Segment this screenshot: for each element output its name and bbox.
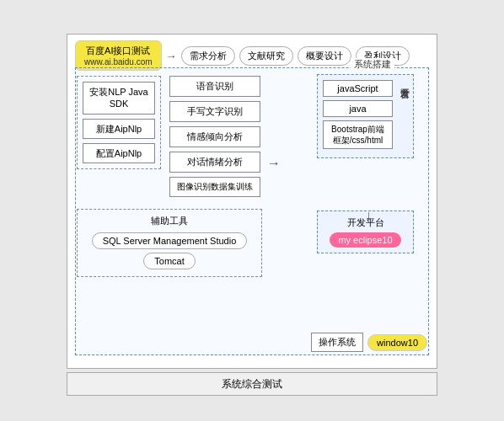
- lang-item-2: Bootstrap前端框架/css/html: [323, 120, 393, 149]
- func-item-2: 情感倾向分析: [169, 126, 260, 147]
- aux-items: SQL Server Management Studio Tomcat: [83, 231, 256, 271]
- func-item-3: 对话情绪分析: [169, 152, 260, 173]
- nlp-item-0: 安装NLP Java SDK: [83, 82, 155, 115]
- system-build-title: 系统搭建: [351, 58, 394, 71]
- nlp-item-2: 配置AipNlp: [83, 143, 155, 163]
- aux-tools-box: 辅助工具 SQL Server Management Studio Tomcat: [77, 209, 262, 277]
- baidu-label: 百度AI接口测试: [84, 45, 153, 57]
- step-2: 概要设计: [298, 46, 351, 66]
- baidu-url: www.ai.baidu.com: [84, 57, 153, 67]
- lang-item-0: javaScript: [323, 80, 393, 97]
- bottom-test-label: 系统综合测试: [222, 377, 282, 392]
- dev-lang-box: javaScript java Bootstrap前端框架/css/html 开…: [317, 74, 414, 158]
- nlp-functions: 语音识别 手写文字识别 情感倾向分析 对话情绪分析 图像识别数据集训练: [169, 76, 260, 197]
- os-row: 操作系统 window10: [311, 333, 427, 352]
- nlp-item-1: 新建AipNlp: [83, 119, 155, 139]
- aux-title: 辅助工具: [83, 215, 256, 227]
- baidu-box: 百度AI接口测试 www.ai.baidu.com: [75, 40, 162, 71]
- os-label: 操作系统: [311, 333, 363, 352]
- nlp-setup-box: 安装NLP Java SDK 新建AipNlp 配置AipNlp: [77, 76, 161, 169]
- arrow-lang-to-plat: →: [362, 210, 377, 223]
- aux-item-0: SQL Server Management Studio: [92, 232, 248, 249]
- os-value: window10: [367, 334, 427, 351]
- arrow-to-devplat: →: [267, 156, 281, 171]
- step-0: 需求分析: [181, 46, 235, 66]
- diagram: 百度AI接口测试 www.ai.baidu.com → 需求分析 文献研究 概要…: [58, 25, 446, 396]
- func-item-0: 语音识别: [169, 76, 260, 97]
- aux-item-1: Tomcat: [143, 253, 195, 269]
- step-1: 文献研究: [239, 46, 293, 66]
- lang-item-1: java: [323, 100, 393, 117]
- func-item-4: 图像识别数据集训练: [169, 177, 260, 197]
- eclipse-pill: my eclipse10: [330, 232, 400, 248]
- arrow1: →: [166, 50, 177, 62]
- func-item-1: 手写文字识别: [169, 101, 260, 122]
- bottom-test-bar: 系统综合测试: [67, 372, 437, 396]
